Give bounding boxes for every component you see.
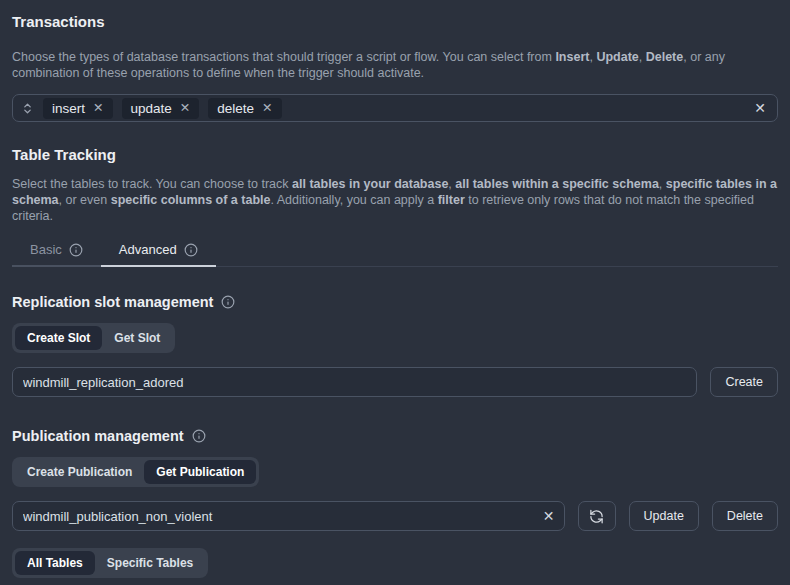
trigger-settings-panel: Transactions Choose the types of databas… (0, 0, 790, 578)
tab-basic[interactable]: Basic (12, 240, 101, 267)
tab-label: Advanced (119, 242, 177, 257)
tag-label: insert (52, 101, 85, 116)
toggle-all-tables[interactable]: All Tables (15, 551, 95, 575)
toggle-specific-tables[interactable]: Specific Tables (95, 551, 205, 575)
update-publication-button[interactable]: Update (629, 501, 699, 531)
slot-mode-toggle: Create Slot Get Slot (12, 323, 175, 353)
tab-advanced[interactable]: Advanced (101, 240, 216, 267)
refresh-icon (589, 509, 604, 524)
table-tracking-tabs: Basic Advanced (12, 240, 778, 267)
tag-update: update ✕ (122, 98, 200, 119)
clear-publication-icon[interactable]: ✕ (543, 509, 555, 523)
info-icon[interactable] (192, 429, 206, 443)
remove-tag-icon[interactable]: ✕ (93, 102, 103, 115)
chevrons-up-down-icon[interactable] (21, 102, 34, 115)
publication-name-input-wrap: ✕ (12, 501, 565, 531)
transactions-title: Transactions (12, 14, 778, 30)
tab-label: Basic (30, 242, 62, 257)
tag-label: delete (217, 101, 254, 116)
publication-mode-toggle: Create Publication Get Publication (12, 457, 259, 487)
replication-slot-title: Replication slot management (12, 294, 778, 310)
publication-name-input[interactable] (12, 501, 565, 531)
publication-row: ✕ Update Delete (12, 501, 778, 531)
info-icon (69, 243, 83, 257)
toggle-create-publication[interactable]: Create Publication (15, 460, 144, 484)
transaction-types-multiselect[interactable]: insert ✕ update ✕ delete ✕ ✕ (12, 94, 778, 122)
delete-publication-button[interactable]: Delete (712, 501, 778, 531)
table-tracking-description: Select the tables to track. You can choo… (12, 176, 778, 224)
toggle-get-publication[interactable]: Get Publication (144, 460, 256, 484)
remove-tag-icon[interactable]: ✕ (262, 102, 272, 115)
tables-scope-toggle: All Tables Specific Tables (12, 548, 208, 578)
replication-slot-title-text: Replication slot management (12, 294, 213, 310)
replication-slot-name-input[interactable] (12, 367, 697, 397)
info-icon[interactable] (221, 295, 235, 309)
clear-all-icon[interactable]: ✕ (754, 101, 766, 115)
publication-title: Publication management (12, 428, 778, 444)
transactions-description: Choose the types of database transaction… (12, 49, 778, 81)
remove-tag-icon[interactable]: ✕ (180, 102, 190, 115)
tag-insert: insert ✕ (43, 98, 113, 119)
refresh-publication-button[interactable] (578, 501, 616, 531)
table-tracking-title: Table Tracking (12, 147, 778, 163)
info-icon (184, 243, 198, 257)
tag-delete: delete ✕ (208, 98, 281, 119)
tag-label: update (131, 101, 172, 116)
toggle-get-slot[interactable]: Get Slot (102, 326, 172, 350)
create-slot-button[interactable]: Create (710, 367, 778, 397)
replication-slot-row: Create (12, 367, 778, 397)
publication-title-text: Publication management (12, 428, 184, 444)
toggle-create-slot[interactable]: Create Slot (15, 326, 102, 350)
